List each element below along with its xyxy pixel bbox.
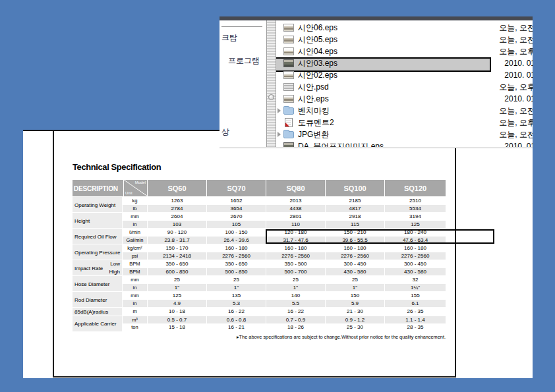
unit-cell: mm bbox=[122, 292, 147, 300]
eps-thumbnail-icon bbox=[283, 24, 294, 32]
file-row[interactable]: 시안.psd오늘, 오후 bbox=[276, 81, 533, 93]
unit-cell: lb bbox=[122, 205, 147, 213]
value-cell-sq70: 0.6 - 0.8 bbox=[206, 316, 266, 324]
description-label: DESCRIPTION bbox=[73, 184, 118, 192]
value-cell-sq60: 0.5 - 0.7 bbox=[147, 316, 206, 324]
model-unit-corner-cell: Model Unit bbox=[123, 180, 147, 196]
file-row[interactable]: 시안05.eps오늘, 오전 bbox=[276, 34, 533, 45]
sidebar-item-2[interactable]: 상 bbox=[221, 126, 229, 138]
value-cell-sq60: 90 - 120 bbox=[147, 229, 206, 237]
value-cell-sq60: 25 bbox=[147, 276, 206, 284]
value-cell-sq60: 150 - 170 bbox=[147, 244, 206, 252]
unit-cell: BPM bbox=[122, 268, 147, 276]
file-name: 시안.eps bbox=[298, 94, 329, 105]
value-cell-sq120: 1¼" bbox=[384, 284, 446, 292]
value-cell-sq70: 100 - 150 bbox=[206, 229, 266, 237]
value-cell-sq70: 25 bbox=[206, 276, 266, 284]
sidebar-scrollbar[interactable] bbox=[266, 20, 276, 147]
value-cell-sq60: 600 - 850 bbox=[147, 268, 206, 276]
group-label-text: Operating Pressure bbox=[74, 249, 120, 255]
group-rows: m10 - 1816 - 2216 - 2221 - 3026 - 35 bbox=[122, 308, 446, 316]
file-name: 시안.psd bbox=[298, 82, 329, 93]
group-label-cell: Operating Weight bbox=[73, 197, 122, 212]
table-row: kg12631652201321852510 bbox=[122, 197, 446, 205]
page-frame-right-line bbox=[455, 131, 456, 378]
file-date: 오늘, 오전 bbox=[499, 129, 533, 140]
value-cell-sq80: 350 - 500 bbox=[266, 260, 325, 268]
disclosure-triangle-icon[interactable] bbox=[278, 132, 281, 137]
sidebar-item-1[interactable]: 프로그램 bbox=[228, 55, 260, 67]
value-cell-sq70: 1652 bbox=[206, 197, 266, 205]
file-name: 시안04.eps bbox=[298, 46, 337, 57]
value-cell-sq100: 25 bbox=[325, 276, 384, 284]
table-row: m10 - 1816 - 2216 - 2221 - 3026 - 35 bbox=[122, 308, 446, 316]
value-cell-sq60: 1" bbox=[147, 284, 206, 292]
spec-table-body: Operating Weightkg12631652201321852510lb… bbox=[73, 197, 446, 331]
file-row[interactable]: 도큐멘트2오늘, 오후 bbox=[276, 117, 533, 128]
value-cell-sq70: 16 - 22 bbox=[206, 308, 266, 316]
group-label-cell: Operating Pressure bbox=[73, 244, 122, 260]
value-cell-sq120: 2276 - 2560 bbox=[384, 252, 446, 260]
value-cell-sq100: 0.9 - 1.2 bbox=[325, 316, 384, 324]
group-label-cell: Applicable Carrier bbox=[73, 316, 122, 331]
table-row: mm26042670280129183194 bbox=[122, 213, 446, 221]
group-label-cell: Impact RateLowHigh bbox=[73, 260, 122, 275]
sidebar-divider bbox=[221, 26, 262, 27]
group-label-text: Applicable Carrier bbox=[74, 321, 117, 327]
sidebar-item-0[interactable]: 크탑 bbox=[221, 32, 237, 43]
file-row[interactable]: 시안04.eps오늘, 오후 bbox=[276, 45, 533, 57]
group-rows: mm2525252532in1"1"1"1"1¼" bbox=[122, 276, 446, 291]
value-cell-sq100: 25 - 30 bbox=[325, 323, 384, 331]
value-cell-sq100: 1" bbox=[325, 284, 384, 292]
file-row[interactable]: 시안03.eps2010. 01 bbox=[276, 57, 533, 69]
file-row[interactable]: 시안06.eps오늘, 오전 bbox=[276, 22, 533, 34]
unit-cell: kg bbox=[122, 197, 147, 205]
unit-cell: BPM bbox=[122, 260, 147, 268]
file-name: 시안05.eps bbox=[298, 34, 337, 45]
table-footnote: ▸The above specifications are subject to… bbox=[80, 334, 446, 340]
spec-group: Hose Diametermm2525252532in1"1"1"1"1¼" bbox=[73, 276, 446, 291]
value-cell-sq120: 125 bbox=[384, 221, 446, 229]
model-header-sq80: SQ80 bbox=[266, 180, 325, 196]
unit-cell: mm bbox=[122, 213, 147, 221]
value-cell-sq80: 2801 bbox=[266, 213, 325, 221]
value-cell-sq120: 1.1 - 1.4 bbox=[384, 316, 446, 324]
group-label-text: Impact Rate bbox=[74, 265, 103, 271]
file-row[interactable]: 벤치마킹오늘, 오전 bbox=[276, 105, 533, 117]
spec-table-header: DESCRIPTION Model Unit SQ60SQ70SQ80SQ100… bbox=[73, 180, 446, 196]
table-row: in103105110115125 bbox=[122, 221, 446, 229]
value-cell-sq70: 135 bbox=[206, 292, 266, 300]
file-name: 시안03.eps bbox=[298, 58, 337, 69]
value-cell-sq80: 160 - 180 bbox=[266, 244, 325, 252]
file-date: 오늘, 오후 bbox=[499, 46, 533, 57]
file-date: 오늘, 오전 bbox=[499, 34, 533, 45]
value-cell-sq80: 110 bbox=[266, 221, 325, 229]
value-cell-sq60: 2134 - 2418 bbox=[147, 252, 206, 260]
group-rows: m³0.5 - 0.70.6 - 0.80.7 - 0.90.9 - 1.21.… bbox=[122, 316, 446, 331]
table-row: in1"1"1"1"1¼" bbox=[122, 284, 446, 292]
value-cell-sq70: 16 - 21 bbox=[206, 323, 266, 331]
file-row[interactable]: DA_북어표지이미지.eps2010. 01 bbox=[276, 140, 533, 147]
file-row[interactable]: 시안02.eps2010. 01 bbox=[276, 69, 533, 81]
file-date: 오늘, 오전 bbox=[499, 105, 533, 117]
file-row[interactable]: 시안.eps2010. 01 bbox=[276, 93, 533, 105]
model-header-sq120: SQ120 bbox=[384, 180, 446, 196]
unit-cell: ton bbox=[122, 323, 147, 331]
oil-flow-highlight-box bbox=[266, 229, 494, 244]
file-row[interactable]: JPG변환오늘, 오전 bbox=[276, 128, 533, 140]
value-cell-sq120: 5534 bbox=[384, 205, 446, 213]
group-sublabel-low: Low bbox=[110, 260, 120, 268]
table-row: m³0.5 - 0.70.6 - 0.80.7 - 0.90.9 - 1.21.… bbox=[122, 316, 446, 324]
disclosure-triangle-icon[interactable] bbox=[278, 108, 281, 113]
scrollbar-knob[interactable] bbox=[268, 94, 274, 100]
value-cell-sq100: 150 bbox=[325, 292, 384, 300]
file-name: 시안02.eps bbox=[298, 70, 337, 81]
document-page: Technical Specification DESCRIPTION Mode… bbox=[23, 130, 533, 378]
corner-unit-label: Unit bbox=[125, 191, 132, 195]
value-cell-sq100: 4817 bbox=[325, 205, 384, 213]
unit-cell: m³ bbox=[122, 316, 147, 324]
table-row: psi2134 - 24182276 - 25602276 - 25602276… bbox=[122, 252, 446, 260]
unit-cell: psi bbox=[122, 252, 147, 260]
value-cell-sq120: 3194 bbox=[384, 213, 446, 221]
table-row: mm125135140150155 bbox=[122, 292, 446, 300]
